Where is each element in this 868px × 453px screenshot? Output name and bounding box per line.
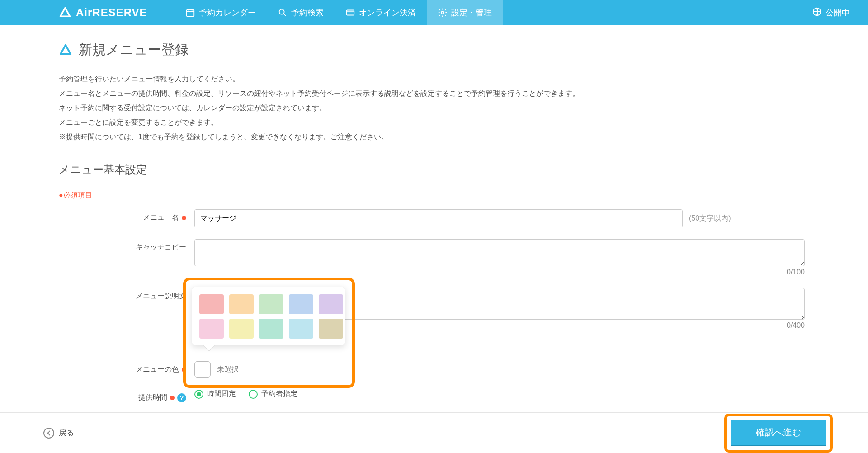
calendar-icon [185,8,195,18]
triangle-icon [59,43,72,57]
page-title-text: 新規メニュー登録 [79,41,189,59]
menu-desc-label: メニュー説明文 [59,288,194,301]
svg-point-1 [279,9,284,14]
desc-line-1: 予約管理を行いたいメニュー情報を入力してください。 [59,72,809,86]
nav-calendar-label: 予約カレンダー [199,7,256,18]
globe-icon [812,7,822,19]
page-title: 新規メニュー登録 [59,41,809,59]
nav-payment[interactable]: オンライン決済 [335,0,427,25]
section-title: メニュー基本設定 [59,162,809,177]
palette-color-2[interactable] [259,294,283,314]
row-menu-color: メニューの色 未選択 [59,361,809,378]
main-content: 新規メニュー登録 予約管理を行いたいメニュー情報を入力してください。 メニュー名… [0,25,868,453]
back-label: 戻る [59,428,74,438]
page-description: 予約管理を行いたいメニュー情報を入力してください。 メニュー名とメニューの提供時… [59,72,809,144]
help-icon[interactable]: ? [177,393,186,402]
logo[interactable]: AirRESERVE [59,6,147,19]
palette-color-8[interactable] [289,319,313,339]
palette-color-3[interactable] [289,294,313,314]
gear-icon [438,8,448,18]
nav-payment-label: オンライン決済 [359,7,416,18]
nav-settings-label: 設定・管理 [451,7,492,18]
highlight-box-confirm: 確認へ進む [724,414,833,453]
svg-rect-2 [346,10,354,15]
main-nav: 予約カレンダー 予約検索 オンライン決済 設定・管理 [175,0,503,25]
row-catch-copy: キャッチコピー 0/100 [59,239,809,276]
palette-color-5[interactable] [199,319,224,339]
palette-color-7[interactable] [259,319,283,339]
search-icon [278,8,288,18]
svg-point-3 [441,11,444,14]
catch-copy-textarea[interactable] [194,239,805,266]
required-dot-icon [182,216,186,220]
color-palette-popover [192,287,345,345]
card-icon [345,8,355,18]
time-label: 提供時間 ? [59,389,194,402]
desc-line-5: ※提供時間については、1度でも予約を登録してしまうと、変更できなくなります。ご注… [59,130,809,144]
desc-line-4: メニューごとに設定を変更することができます。 [59,115,809,130]
desc-line-3: ネット予約に関する受付設定については、カレンダーの設定が設定されています。 [59,101,809,115]
palette-color-6[interactable] [229,319,254,339]
radio-time-fixed[interactable]: 時間固定 [194,389,236,399]
menu-name-label: メニュー名 [59,209,194,222]
confirm-button[interactable]: 確認へ進む [731,420,826,446]
back-button[interactable]: 戻る [43,428,74,439]
radio-time-user-label: 予約者指定 [261,389,297,399]
nav-settings[interactable]: 設定・管理 [427,0,503,25]
nav-search[interactable]: 予約検索 [267,0,335,25]
palette-color-1[interactable] [229,294,254,314]
radio-time-user[interactable]: 予約者指定 [249,389,297,399]
nav-calendar[interactable]: 予約カレンダー [175,0,267,25]
color-swatch-preview[interactable] [194,361,211,378]
row-menu-desc: メニュー説明文 0/400 [59,288,809,330]
palette-color-9[interactable] [319,319,343,339]
menu-name-hint: (50文字以内) [689,214,731,223]
catch-copy-count: 0/100 [194,268,805,276]
menu-name-input[interactable] [194,209,683,227]
required-dot-icon [170,396,175,400]
nav-search-label: 予約検索 [291,7,324,18]
svg-rect-0 [186,10,194,17]
footer-bar: 戻る 確認へ進む [0,412,868,453]
catch-copy-label: キャッチコピー [59,239,194,252]
publish-status[interactable]: 公開中 [812,7,850,19]
palette-color-0[interactable] [199,294,224,314]
back-arrow-icon [43,428,54,439]
logo-icon [59,6,71,19]
menu-color-label: メニューの色 [59,361,194,374]
required-legend: ●必須項目 [59,191,809,200]
desc-line-2: メニュー名とメニューの提供時間、料金の設定、リソースの紐付やネット予約受付ページ… [59,86,809,101]
palette-color-4[interactable] [319,294,343,314]
publish-status-label: 公開中 [826,7,850,18]
app-header: AirRESERVE 予約カレンダー 予約検索 オンライン決済 設定・管理 [0,0,868,25]
color-value-label: 未選択 [217,365,239,374]
radio-time-fixed-label: 時間固定 [207,389,236,399]
row-menu-name: メニュー名 (50文字以内) [59,209,809,227]
divider [59,184,809,184]
logo-text: AirRESERVE [76,6,147,19]
required-dot-icon [182,368,186,372]
